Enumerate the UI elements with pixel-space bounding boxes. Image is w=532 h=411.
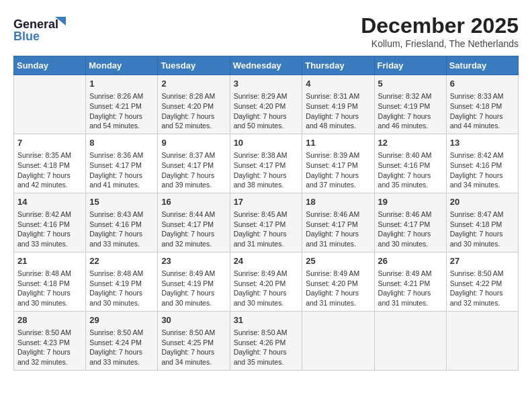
day-header-wednesday: Wednesday <box>230 56 302 75</box>
cell-content: Sunrise: 8:44 AM Sunset: 4:17 PM Dayligh… <box>161 210 226 249</box>
calendar-cell <box>374 311 446 370</box>
day-number: 21 <box>17 255 82 267</box>
calendar-cell: 12Sunrise: 8:40 AM Sunset: 4:16 PM Dayli… <box>374 134 446 193</box>
calendar-cell: 4Sunrise: 8:31 AM Sunset: 4:19 PM Daylig… <box>302 75 374 134</box>
day-number: 4 <box>306 78 370 90</box>
cell-content: Sunrise: 8:40 AM Sunset: 4:16 PM Dayligh… <box>378 150 443 190</box>
day-number: 12 <box>378 137 443 149</box>
cell-content: Sunrise: 8:38 AM Sunset: 4:17 PM Dayligh… <box>234 150 299 190</box>
cell-content: Sunrise: 8:50 AM Sunset: 4:23 PM Dayligh… <box>17 328 82 367</box>
day-header-tuesday: Tuesday <box>158 56 230 75</box>
day-number: 23 <box>161 255 226 267</box>
day-number: 6 <box>450 78 515 90</box>
calendar-week-1: 1Sunrise: 8:26 AM Sunset: 4:21 PM Daylig… <box>14 75 519 134</box>
calendar-cell: 3Sunrise: 8:29 AM Sunset: 4:20 PM Daylig… <box>230 75 302 134</box>
day-number: 11 <box>306 137 370 149</box>
calendar-cell: 5Sunrise: 8:32 AM Sunset: 4:19 PM Daylig… <box>374 75 446 134</box>
calendar-cell: 11Sunrise: 8:39 AM Sunset: 4:17 PM Dayli… <box>302 134 374 193</box>
calendar-cell: 24Sunrise: 8:49 AM Sunset: 4:20 PM Dayli… <box>230 252 302 311</box>
calendar-cell: 15Sunrise: 8:43 AM Sunset: 4:16 PM Dayli… <box>86 193 158 252</box>
logo: General Blue <box>13 13 67 47</box>
day-number: 24 <box>234 255 299 267</box>
calendar-week-3: 14Sunrise: 8:42 AM Sunset: 4:16 PM Dayli… <box>14 193 519 252</box>
cell-content: Sunrise: 8:42 AM Sunset: 4:16 PM Dayligh… <box>450 150 515 190</box>
cell-content: Sunrise: 8:35 AM Sunset: 4:18 PM Dayligh… <box>17 150 82 190</box>
title-block: December 2025 Kollum, Friesland, The Net… <box>361 13 519 49</box>
logo-icon: General Blue <box>13 13 67 47</box>
cell-content: Sunrise: 8:26 AM Sunset: 4:21 PM Dayligh… <box>89 91 154 131</box>
calendar-cell: 2Sunrise: 8:28 AM Sunset: 4:20 PM Daylig… <box>158 75 230 134</box>
day-number: 14 <box>17 196 82 208</box>
cell-content: Sunrise: 8:43 AM Sunset: 4:16 PM Dayligh… <box>89 210 154 249</box>
calendar-cell: 1Sunrise: 8:26 AM Sunset: 4:21 PM Daylig… <box>86 75 158 134</box>
day-number: 15 <box>89 196 154 208</box>
day-number: 13 <box>450 137 515 149</box>
day-number: 8 <box>89 137 154 149</box>
cell-content: Sunrise: 8:48 AM Sunset: 4:18 PM Dayligh… <box>17 269 82 308</box>
calendar-cell: 8Sunrise: 8:36 AM Sunset: 4:17 PM Daylig… <box>86 134 158 193</box>
calendar-week-5: 28Sunrise: 8:50 AM Sunset: 4:23 PM Dayli… <box>14 311 519 370</box>
calendar-cell <box>14 75 86 134</box>
calendar-cell: 17Sunrise: 8:45 AM Sunset: 4:17 PM Dayli… <box>230 193 302 252</box>
calendar-cell: 9Sunrise: 8:37 AM Sunset: 4:17 PM Daylig… <box>158 134 230 193</box>
calendar-cell <box>302 311 374 370</box>
calendar-cell: 31Sunrise: 8:50 AM Sunset: 4:26 PM Dayli… <box>230 311 302 370</box>
calendar-cell: 26Sunrise: 8:49 AM Sunset: 4:21 PM Dayli… <box>374 252 446 311</box>
cell-content: Sunrise: 8:31 AM Sunset: 4:19 PM Dayligh… <box>306 91 370 131</box>
location-subtitle: Kollum, Friesland, The Netherlands <box>361 38 519 49</box>
cell-content: Sunrise: 8:33 AM Sunset: 4:18 PM Dayligh… <box>450 91 515 131</box>
calendar-cell: 28Sunrise: 8:50 AM Sunset: 4:23 PM Dayli… <box>14 311 86 370</box>
day-number: 28 <box>17 314 82 326</box>
day-number: 29 <box>89 314 154 326</box>
calendar-week-2: 7Sunrise: 8:35 AM Sunset: 4:18 PM Daylig… <box>14 134 519 193</box>
cell-content: Sunrise: 8:50 AM Sunset: 4:25 PM Dayligh… <box>161 328 226 367</box>
cell-content: Sunrise: 8:49 AM Sunset: 4:19 PM Dayligh… <box>161 269 226 308</box>
day-number: 17 <box>234 196 299 208</box>
cell-content: Sunrise: 8:46 AM Sunset: 4:17 PM Dayligh… <box>306 210 370 249</box>
calendar-cell: 29Sunrise: 8:50 AM Sunset: 4:24 PM Dayli… <box>86 311 158 370</box>
calendar-cell: 10Sunrise: 8:38 AM Sunset: 4:17 PM Dayli… <box>230 134 302 193</box>
calendar-cell: 19Sunrise: 8:46 AM Sunset: 4:17 PM Dayli… <box>374 193 446 252</box>
day-number: 20 <box>450 196 515 208</box>
day-number: 3 <box>234 78 299 90</box>
day-number: 18 <box>306 196 370 208</box>
day-number: 22 <box>89 255 154 267</box>
cell-content: Sunrise: 8:50 AM Sunset: 4:22 PM Dayligh… <box>450 269 515 308</box>
cell-content: Sunrise: 8:39 AM Sunset: 4:17 PM Dayligh… <box>306 150 370 190</box>
cell-content: Sunrise: 8:50 AM Sunset: 4:24 PM Dayligh… <box>89 328 154 367</box>
day-number: 27 <box>450 255 515 267</box>
day-number: 31 <box>234 314 299 326</box>
cell-content: Sunrise: 8:50 AM Sunset: 4:26 PM Dayligh… <box>234 328 299 367</box>
day-number: 19 <box>378 196 443 208</box>
cell-content: Sunrise: 8:36 AM Sunset: 4:17 PM Dayligh… <box>89 150 154 190</box>
month-title: December 2025 <box>361 13 519 38</box>
calendar-table: SundayMondayTuesdayWednesdayThursdayFrid… <box>13 56 519 371</box>
svg-text:General: General <box>13 17 58 31</box>
day-number: 1 <box>89 78 154 90</box>
day-header-saturday: Saturday <box>446 56 518 75</box>
cell-content: Sunrise: 8:29 AM Sunset: 4:20 PM Dayligh… <box>234 91 299 131</box>
cell-content: Sunrise: 8:49 AM Sunset: 4:21 PM Dayligh… <box>378 269 443 308</box>
day-number: 10 <box>234 137 299 149</box>
svg-text:Blue: Blue <box>13 30 40 43</box>
calendar-cell: 14Sunrise: 8:42 AM Sunset: 4:16 PM Dayli… <box>14 193 86 252</box>
calendar-cell: 27Sunrise: 8:50 AM Sunset: 4:22 PM Dayli… <box>446 252 518 311</box>
day-header-monday: Monday <box>86 56 158 75</box>
cell-content: Sunrise: 8:48 AM Sunset: 4:19 PM Dayligh… <box>89 269 154 308</box>
day-header-friday: Friday <box>374 56 446 75</box>
cell-content: Sunrise: 8:47 AM Sunset: 4:18 PM Dayligh… <box>450 210 515 249</box>
calendar-header-row: SundayMondayTuesdayWednesdayThursdayFrid… <box>14 56 519 75</box>
cell-content: Sunrise: 8:45 AM Sunset: 4:17 PM Dayligh… <box>234 210 299 249</box>
calendar-cell: 18Sunrise: 8:46 AM Sunset: 4:17 PM Dayli… <box>302 193 374 252</box>
page-header: General Blue December 2025 Kollum, Fries… <box>13 13 519 49</box>
day-number: 2 <box>161 78 226 90</box>
day-number: 25 <box>306 255 370 267</box>
calendar-cell <box>446 311 518 370</box>
calendar-cell: 20Sunrise: 8:47 AM Sunset: 4:18 PM Dayli… <box>446 193 518 252</box>
calendar-cell: 21Sunrise: 8:48 AM Sunset: 4:18 PM Dayli… <box>14 252 86 311</box>
calendar-week-4: 21Sunrise: 8:48 AM Sunset: 4:18 PM Dayli… <box>14 252 519 311</box>
calendar-cell: 16Sunrise: 8:44 AM Sunset: 4:17 PM Dayli… <box>158 193 230 252</box>
day-number: 26 <box>378 255 443 267</box>
day-number: 30 <box>161 314 226 326</box>
cell-content: Sunrise: 8:49 AM Sunset: 4:20 PM Dayligh… <box>234 269 299 308</box>
